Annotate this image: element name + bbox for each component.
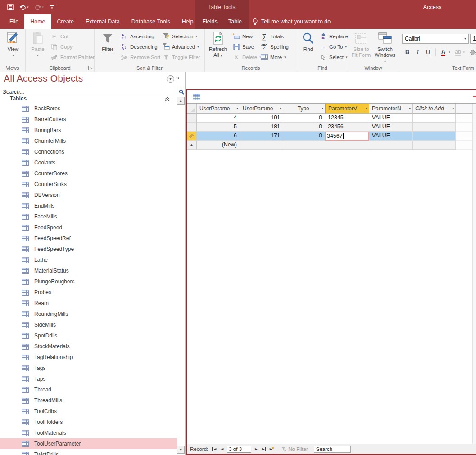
cell[interactable]: 23456 (325, 123, 369, 132)
save-record-button[interactable]: Save (231, 41, 263, 52)
sidebar-item-table[interactable]: CounterSinks (0, 179, 177, 190)
fill-color-button[interactable] (468, 47, 476, 57)
font-size-select[interactable]: 11 (470, 34, 476, 44)
cell[interactable] (413, 132, 456, 141)
record-first-button[interactable]: ◄ (211, 446, 218, 453)
go-to-button[interactable]: → Go To ▾ (318, 41, 349, 52)
filter-button[interactable]: Filter (98, 30, 117, 52)
record-search-input[interactable] (314, 446, 351, 453)
chevron-down-icon[interactable]: ▾ (236, 107, 238, 110)
sidebar-item-table[interactable]: SpotDrills (0, 330, 177, 341)
sidebar-item-table[interactable]: ThreadMills (0, 395, 177, 406)
sidebar-item-table[interactable]: MaterialStatus (0, 265, 177, 276)
record-new-button[interactable]: ►* (267, 446, 275, 453)
bold-button[interactable]: B (402, 47, 413, 57)
cell[interactable] (413, 123, 456, 132)
descending-button[interactable]: ZA↓ Descending (119, 41, 162, 52)
font-color-dropdown-icon[interactable]: ▾ (449, 50, 450, 54)
cell[interactable]: 0 (283, 132, 325, 141)
chevron-down-icon[interactable]: ▾ (408, 107, 411, 110)
column-header-userparame-1[interactable]: UserParame▾ (197, 104, 240, 114)
sidebar-item-table[interactable]: Lathe (0, 255, 177, 265)
font-color-button[interactable]: A (438, 47, 449, 57)
sidebar-item-table[interactable]: PlungeRoughers (0, 276, 177, 287)
sidebar-item-table[interactable]: Probes (0, 287, 177, 298)
new-record-button[interactable]: * New (231, 31, 263, 41)
cell[interactable]: 4 (197, 114, 240, 123)
ascending-button[interactable]: AZ↓ Ascending (119, 31, 162, 41)
cell[interactable]: 191 (240, 114, 283, 123)
save-button[interactable] (7, 4, 14, 10)
sidebar-item-table[interactable]: FeedSpeedRef (0, 233, 177, 244)
column-header-parameterv[interactable]: ParameterV▾ (325, 104, 369, 114)
chevron-down-icon[interactable]: ▾ (279, 107, 281, 110)
record-last-button[interactable]: ► (260, 446, 267, 453)
tab-create[interactable]: Create (51, 14, 80, 29)
cell[interactable]: VALUE (369, 132, 413, 141)
column-header-parametern[interactable]: ParameterN▾ (369, 104, 413, 114)
cell[interactable] (240, 141, 283, 150)
refresh-all-button[interactable]: Refresh All ▾ (207, 30, 229, 59)
sidebar-item-table[interactable]: Coolants (0, 157, 177, 168)
sidebar-item-table[interactable]: FaceMills (0, 211, 177, 222)
row-selector-editing[interactable] (187, 132, 197, 141)
sidebar-item-table[interactable]: FeedSpeedType (0, 244, 177, 255)
cell[interactable] (325, 141, 369, 150)
sidebar-item-table[interactable]: EndMills (0, 200, 177, 211)
record-prev-button[interactable]: ◄ (218, 446, 226, 453)
cell[interactable]: 12345 (325, 114, 369, 123)
tab-database-tools[interactable]: Database Tools (126, 14, 176, 29)
undo-button[interactable]: ▾ (19, 5, 29, 10)
tab-external-data[interactable]: External Data (80, 14, 126, 29)
sidebar-item-table[interactable]: Taps (0, 373, 177, 384)
sidebar-item-table[interactable]: BackBores (0, 103, 177, 114)
document-close-icon[interactable] (473, 96, 476, 97)
cell[interactable]: 0 (283, 123, 325, 132)
sidebar-item-table[interactable]: ToolUserParameter (0, 438, 177, 449)
chevron-down-icon[interactable]: ▾ (321, 107, 323, 110)
record-position-box[interactable] (227, 446, 251, 453)
switch-windows-button[interactable]: Switch Windows ▾ (373, 30, 397, 64)
scroll-down-icon[interactable]: ▼ (177, 446, 185, 454)
sidebar-item-table[interactable]: ToolHolders (0, 417, 177, 428)
replace-button[interactable]: abac Replace (318, 31, 349, 41)
scroll-up-icon[interactable]: ▲ (177, 97, 185, 105)
italic-button[interactable]: I (413, 47, 423, 57)
find-button[interactable]: Find (299, 30, 317, 52)
clipboard-dialog-launcher-icon[interactable]: ↘ (88, 66, 93, 70)
tab-table[interactable]: Table (222, 14, 248, 29)
underline-button[interactable]: U (423, 47, 433, 57)
customize-qat-icon[interactable]: ▾ (50, 5, 54, 9)
chevron-down-icon[interactable]: ▾ (451, 107, 454, 110)
cell[interactable]: (New) (197, 141, 240, 150)
sidebar-item-table[interactable]: ToolCribs (0, 406, 177, 417)
undo-dropdown-icon[interactable]: ▾ (27, 5, 29, 9)
cell[interactable]: VALUE (369, 114, 413, 123)
nav-pane-menu-icon[interactable]: ▼ (167, 75, 174, 83)
vertical-scrollbar[interactable] (472, 104, 476, 444)
sidebar-item-table[interactable]: ToolMaterials (0, 428, 177, 438)
sidebar-item-table[interactable]: StockMaterials (0, 341, 177, 352)
cell[interactable] (283, 141, 325, 150)
column-header-userparame-2[interactable]: UserParame▾ (240, 104, 283, 114)
column-header-click-to-add[interactable]: Click to Add▾ (413, 104, 456, 114)
cell[interactable]: 171 (240, 132, 283, 141)
tables-group-header[interactable]: Tables (0, 96, 186, 103)
row-selector[interactable] (187, 114, 197, 123)
sidebar-item-table[interactable]: BoringBars (0, 125, 177, 136)
row-selector[interactable] (187, 123, 197, 132)
cell[interactable] (369, 141, 413, 150)
sidebar-item-table[interactable]: FeedSpeed (0, 222, 177, 233)
select-button[interactable]: Select ▾ (318, 52, 349, 62)
tab-help[interactable]: Help (176, 14, 199, 29)
advanced-button[interactable]: Advanced ▾ (161, 41, 202, 52)
spelling-button[interactable]: ABC✓ Spelling (259, 41, 290, 52)
sidebar-item-table[interactable]: SideMills (0, 319, 177, 330)
sidebar-item-table[interactable]: CounterBores (0, 168, 177, 179)
tab-fields[interactable]: Fields (197, 14, 222, 29)
collapse-pane-icon[interactable]: « (176, 74, 180, 81)
sidebar-item-table[interactable]: BarrelCutters (0, 114, 177, 125)
tell-me-box[interactable]: Tell me what you want to do (252, 14, 331, 29)
column-header-type[interactable]: Type▾ (283, 104, 325, 114)
sidebar-item-table[interactable]: RoundingMills (0, 309, 177, 319)
